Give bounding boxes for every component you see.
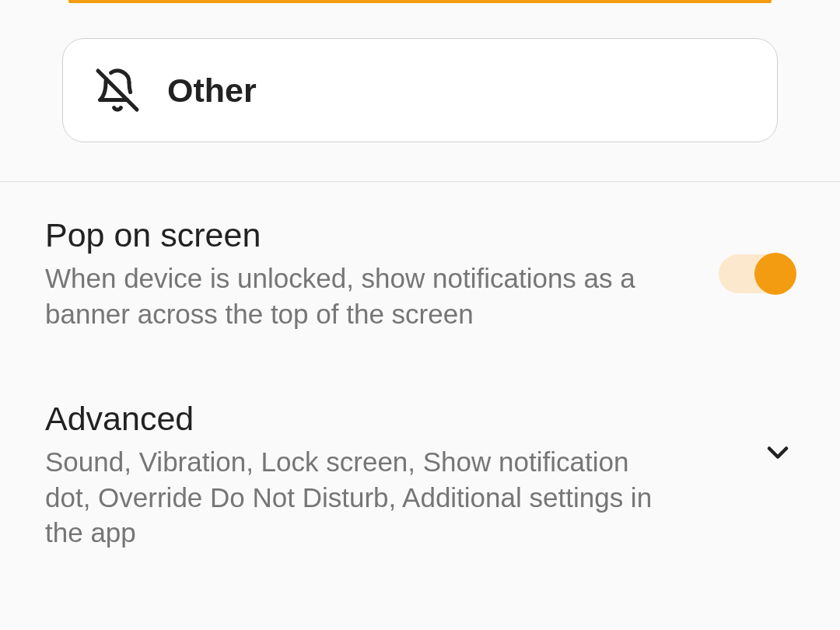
- chevron-down-icon: [761, 436, 795, 470]
- setting-title: Advanced: [45, 400, 730, 438]
- notification-style-card-other[interactable]: Other: [62, 38, 778, 142]
- accent-underline: [68, 0, 772, 3]
- setting-description: Sound, Vibration, Lock screen, Show noti…: [45, 444, 667, 551]
- toggle-knob: [754, 253, 796, 295]
- setting-advanced[interactable]: Advanced Sound, Vibration, Lock screen, …: [45, 366, 795, 585]
- pop-on-screen-toggle[interactable]: [719, 254, 795, 293]
- bell-off-icon: [94, 67, 141, 114]
- setting-pop-on-screen[interactable]: Pop on screen When device is unlocked, s…: [45, 182, 795, 366]
- setting-title: Pop on screen: [45, 216, 688, 254]
- setting-description: When device is unlocked, show notificati…: [45, 261, 667, 331]
- card-label: Other: [167, 72, 257, 110]
